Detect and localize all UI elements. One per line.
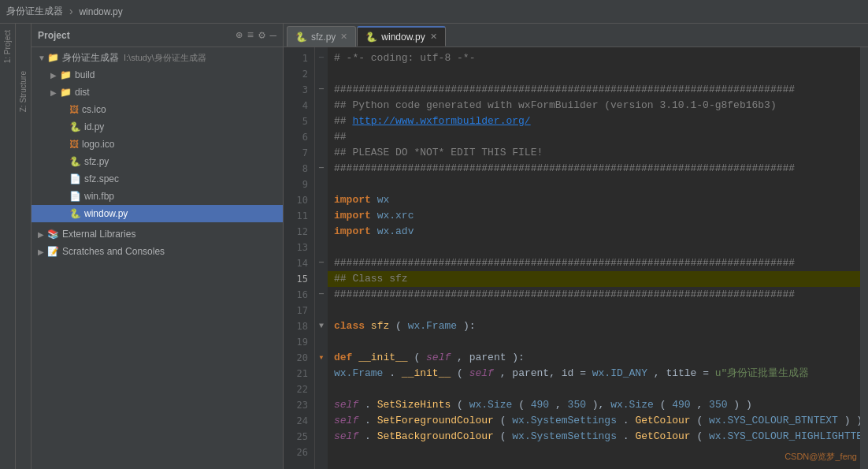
project-side-strip: 1: Project xyxy=(0,24,16,469)
tree-item-sfz-py[interactable]: 🐍 sfz.py xyxy=(32,153,283,170)
code-line-19 xyxy=(328,334,860,350)
collapse-icon[interactable]: ≡ xyxy=(247,29,254,42)
tree-item-dist[interactable]: ▶ 📁 dist xyxy=(32,84,283,101)
ln-19: 19 xyxy=(284,334,314,350)
code-line-12: import wx.adv xyxy=(328,224,860,240)
win-fbp-icon: 📄 xyxy=(69,191,81,202)
ln-22: 22 xyxy=(284,382,314,397)
sp2-18: ( xyxy=(395,320,408,332)
gutter-3[interactable]: ─ xyxy=(315,82,328,98)
project-strip-label[interactable]: 1: Project xyxy=(3,30,12,63)
panel-title: Project xyxy=(38,30,70,41)
code-line-6: ## xyxy=(328,129,860,145)
tab-window-py[interactable]: 🐍 window.py ✕ xyxy=(357,26,445,47)
dot2-24: . xyxy=(623,415,629,426)
tree-item-logo-ico[interactable]: 🖼 logo.ico xyxy=(32,136,283,153)
ln-4: 4 xyxy=(284,98,314,114)
classname-18: sfz xyxy=(371,320,389,332)
title-21: , title = xyxy=(654,367,715,379)
func2-25: GetColour xyxy=(635,430,690,442)
code-line-15: ## Class sfz xyxy=(328,271,860,287)
tree-item-window-py[interactable]: 🐍 window.py xyxy=(32,205,283,222)
sfz-tab-icon: 🐍 xyxy=(295,32,307,43)
args3-23: ), xyxy=(592,399,610,411)
id-py-icon: 🐍 xyxy=(69,121,81,132)
sfz-spec-label: sfz.spec xyxy=(84,173,119,184)
tree-item-id-py[interactable]: 🐍 id.py xyxy=(32,118,283,136)
tree-item-cs-ico[interactable]: 🖼 cs.ico xyxy=(32,101,283,118)
comment-3: ########################################… xyxy=(334,84,795,95)
code-content[interactable]: # -*- coding: utf-8 -*- ################… xyxy=(328,47,860,469)
root-folder-name: 身份证生成器 xyxy=(62,51,119,65)
paren-20: ( xyxy=(414,352,426,363)
dot-25: . xyxy=(365,430,371,442)
ln-25: 25 xyxy=(284,429,314,445)
code-line-17 xyxy=(328,303,860,318)
gutter-20[interactable]: ▼ xyxy=(315,350,328,366)
structure-strip-label[interactable]: Z: Structure xyxy=(19,71,28,112)
tree-item-external-libs[interactable]: ▶ 📚 External Libraries xyxy=(32,225,283,243)
args2-24: ( xyxy=(696,415,709,426)
tree-item-win-fbp[interactable]: 📄 win.fbp xyxy=(32,188,283,205)
ln-12: 12 xyxy=(284,224,314,240)
line-numbers: 1 2 3 4 5 6 7 8 9 10 11 12 13 14 15 16 1… xyxy=(284,47,315,469)
mod-wx-adv-12: wx.adv xyxy=(377,225,414,237)
tab-sfz-py[interactable]: 🐍 sfz.py ✕ xyxy=(287,26,356,47)
top-bar: 身份证生成器 › window.py xyxy=(0,0,868,24)
gutter-12 xyxy=(315,224,328,240)
code-line-8: ########################################… xyxy=(328,161,860,177)
sfz-tab-close[interactable]: ✕ xyxy=(340,32,347,42)
func-24: SetForegroundColour xyxy=(377,415,494,426)
gutter-16[interactable]: ─ xyxy=(315,287,328,303)
gutter-11 xyxy=(315,208,328,224)
gutter-18[interactable]: ▼ xyxy=(315,318,328,334)
cs-ico-label: cs.ico xyxy=(82,104,106,115)
comment-1: # -*- coding: utf-8 -*- xyxy=(334,52,475,64)
gutter-24 xyxy=(315,413,328,429)
url-5[interactable]: http://www.wxformbuilder.org/ xyxy=(352,115,530,127)
code-line-20: def __init__ ( self , parent ): xyxy=(328,350,860,366)
gutter-8[interactable]: ─ xyxy=(315,161,328,177)
dot-23: . xyxy=(365,399,371,411)
dot2-25: . xyxy=(623,430,629,442)
close-panel-icon[interactable]: — xyxy=(270,29,276,42)
tree-item-sfz-spec[interactable]: 📄 sfz.spec xyxy=(32,170,283,188)
code-line-16: ########################################… xyxy=(328,287,860,303)
gutter-22 xyxy=(315,382,328,397)
func2-24: GetColour xyxy=(635,415,690,426)
ln-8: 8 xyxy=(284,161,314,177)
wxsys-25: wx.SYS_COLOUR_HIGHLIGHTTE xyxy=(709,430,860,442)
self-25: self xyxy=(334,430,358,442)
project-tree: ▼ 📁 身份证生成器 I:\study\身份证生成器 ▶ 📁 build ▶ 📁… xyxy=(32,47,283,469)
root-path: I:\study\身份证生成器 xyxy=(124,52,206,64)
ln-2: 2 xyxy=(284,66,314,82)
args2-25: ( xyxy=(696,430,709,442)
gutter-14[interactable]: ─ xyxy=(315,255,328,271)
logo-ico-label: logo.ico xyxy=(82,139,114,150)
ln-5: 5 xyxy=(284,114,314,129)
comment-14: ########################################… xyxy=(334,257,795,269)
comment-15: ## Class sfz xyxy=(334,273,408,285)
tree-root-item[interactable]: ▼ 📁 身份证生成器 I:\study\身份证生成器 xyxy=(32,49,283,66)
kw-import-11: import xyxy=(334,210,371,221)
tree-item-build[interactable]: ▶ 📁 build xyxy=(32,66,283,84)
panel-header: Project ⊕ ≡ ⚙ — xyxy=(32,24,283,47)
init-21: __init__ xyxy=(402,367,451,379)
gutter-4 xyxy=(315,98,328,114)
num3-23: 490 xyxy=(672,399,690,411)
gutter-26 xyxy=(315,445,328,460)
settings-icon[interactable]: ⚙ xyxy=(258,28,265,42)
comment-5a: ## xyxy=(334,115,352,127)
gutter-23 xyxy=(315,397,328,413)
str-21: u"身份证批量生成器 xyxy=(715,367,810,379)
window-tab-close[interactable]: ✕ xyxy=(430,32,437,42)
ln-16: 16 xyxy=(284,287,314,303)
add-icon[interactable]: ⊕ xyxy=(236,28,242,42)
code-line-11: import wx.xrc xyxy=(328,208,860,224)
right-scrollbar[interactable] xyxy=(860,47,868,469)
tree-item-scratches[interactable]: ▶ 📝 Scratches and Consoles xyxy=(32,243,283,260)
args2-23: ( xyxy=(518,399,531,411)
gutter-1[interactable]: ─ xyxy=(315,50,328,66)
wxss-24: wx.SystemSettings xyxy=(512,415,617,426)
num2-23: 350 xyxy=(568,399,586,411)
